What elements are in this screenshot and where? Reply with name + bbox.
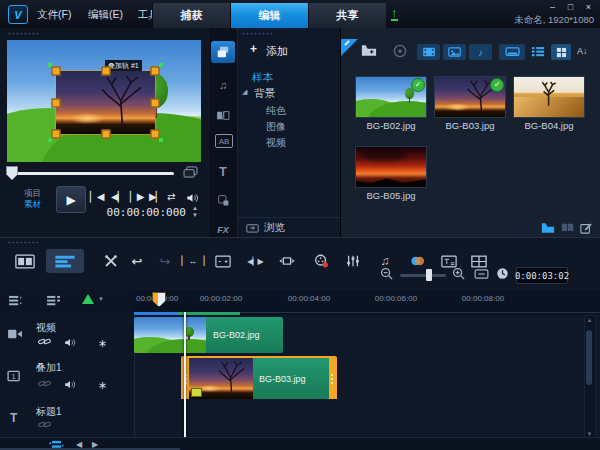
volume-icon[interactable] — [186, 192, 199, 204]
undo-icon[interactable]: ↩ — [124, 249, 150, 273]
track-row-video[interactable]: 视频 ∗ BG-B02.jpg — [0, 315, 600, 356]
transition-category-icon[interactable] — [211, 105, 235, 125]
show-all-tracks-icon[interactable] — [46, 295, 61, 306]
tree-item-video[interactable]: 视频 — [266, 136, 286, 150]
expander-icon[interactable]: ◢ — [242, 88, 247, 96]
resize-handle[interactable] — [52, 130, 61, 139]
timeline-ruler[interactable]: 00:00:00:00 00:00:02:00 00:00:04:00 00:0… — [134, 290, 600, 313]
resize-handle[interactable] — [151, 67, 160, 76]
preview-viewport[interactable]: 叠加轨 #1 — [7, 40, 201, 162]
tree-item-background[interactable]: 背景 — [254, 87, 275, 101]
tree-item-solid[interactable]: 纯色 — [266, 104, 286, 118]
enlarge-preview-icon[interactable] — [183, 166, 198, 178]
fit-timeline-icon[interactable] — [474, 269, 489, 279]
timeline-view-icon[interactable] — [46, 249, 84, 273]
export-upload-icon[interactable]: ↑ — [391, 7, 398, 21]
seek-bar[interactable] — [8, 172, 174, 175]
tab-share[interactable]: 共享 — [308, 3, 386, 28]
import-media-icon[interactable] — [361, 44, 377, 57]
record-import-icon[interactable] — [393, 44, 407, 58]
track-fx-icon[interactable]: ∗ — [98, 379, 107, 392]
zoom-slider-thumb[interactable] — [426, 269, 432, 281]
fit-project-icon[interactable] — [210, 249, 236, 273]
split-clip-icon[interactable]: ◀▏▶ — [242, 249, 268, 273]
scroll-up-icon[interactable]: ▲ — [585, 317, 594, 323]
ripple-edit-icon[interactable] — [274, 249, 300, 273]
audio-category-icon[interactable]: ♫ — [211, 75, 235, 95]
filter-audio-icon[interactable]: ♪ — [469, 44, 492, 60]
close-button[interactable]: × — [581, 1, 596, 12]
trim-icon[interactable]: ▏↔▕ — [180, 249, 206, 273]
link-toggle-icon[interactable] — [38, 379, 51, 388]
seek-thumb[interactable] — [6, 166, 18, 180]
library-book-icon[interactable] — [561, 222, 574, 233]
zoom-out-icon[interactable] — [380, 267, 393, 280]
go-start-button[interactable]: ▏◀ — [90, 191, 103, 202]
grid-view-icon[interactable] — [551, 44, 571, 60]
panel-grip[interactable] — [8, 32, 40, 36]
timeline-clip-bg-b02[interactable]: BG-B02.jpg — [134, 317, 283, 353]
editing-tools-icon[interactable] — [98, 249, 124, 273]
tab-edit[interactable]: 编辑 — [230, 3, 308, 28]
timeline-clip-bg-b03-selected[interactable]: BG-B03.jpg — [181, 356, 337, 401]
mute-track-icon[interactable] — [64, 379, 76, 390]
resize-handle[interactable] — [101, 130, 110, 139]
step-back-button[interactable]: ◀▏ — [111, 191, 124, 202]
panel-grip[interactable] — [8, 241, 40, 245]
rotate-handle[interactable] — [48, 138, 52, 142]
pin-panel-icon[interactable] — [341, 39, 358, 56]
sound-mixer-icon[interactable] — [340, 249, 366, 273]
playhead-flag[interactable] — [152, 292, 166, 307]
gallery-item-name[interactable]: BG-B04.jpg — [510, 120, 588, 131]
timecode-spinner[interactable]: ▲▼ — [192, 205, 198, 219]
storyboard-view-icon[interactable] — [10, 249, 40, 273]
add-icon[interactable]: + — [250, 42, 257, 56]
gallery-item-thumbnail[interactable] — [356, 147, 426, 187]
ripple-editing-icon[interactable] — [82, 294, 94, 304]
resize-handle[interactable] — [52, 98, 61, 107]
link-toggle-icon[interactable] — [38, 420, 51, 429]
scrollbar-thumb[interactable] — [586, 330, 592, 385]
show-library-icon[interactable] — [499, 44, 525, 60]
sort-icon[interactable]: A↓ — [577, 46, 588, 56]
rotate-handle[interactable] — [159, 138, 163, 142]
tree-item-image[interactable]: 图像 — [266, 120, 286, 134]
chevron-down-icon[interactable]: ▼ — [98, 296, 104, 302]
browse-row[interactable]: 浏览 — [238, 217, 348, 237]
track-manager-icon[interactable] — [8, 295, 23, 306]
step-forward-button[interactable]: ▏▶ — [130, 191, 143, 202]
rotate-handle[interactable] — [159, 63, 163, 67]
trim-handle-right[interactable] — [329, 358, 335, 399]
play-button[interactable]: ▶ — [56, 186, 86, 213]
loop-button[interactable]: ⇄ — [167, 191, 175, 202]
resize-handle[interactable] — [101, 67, 110, 76]
media-category-icon[interactable] — [211, 41, 235, 63]
mute-track-icon[interactable] — [64, 337, 76, 348]
timeline-zoom-slider[interactable] — [400, 274, 446, 277]
menu-file[interactable]: 文件(F) — [37, 8, 71, 22]
add-folder-label[interactable]: 添加 — [266, 44, 288, 59]
menu-edit[interactable]: 编辑(E) — [88, 8, 123, 22]
media-folder-icon[interactable] — [541, 222, 555, 233]
record-capture-icon[interactable] — [308, 249, 334, 273]
minimize-button[interactable]: – — [545, 1, 560, 12]
track-row-title[interactable]: T 标题1 — [0, 399, 600, 438]
redo-icon[interactable]: ↪ — [152, 249, 178, 273]
gallery-item-name[interactable]: BG-B03.jpg — [431, 120, 509, 131]
gallery-item-thumbnail[interactable]: ✓ — [356, 77, 426, 117]
zoom-in-icon[interactable] — [452, 267, 465, 280]
go-end-button[interactable]: ▶▏ — [149, 191, 162, 202]
duration-clock-icon[interactable] — [496, 267, 509, 280]
track-fx-icon[interactable]: ∗ — [98, 337, 107, 350]
timeline-timecode[interactable]: 0:00:03:02 — [516, 267, 568, 284]
timeline-vertical-scrollbar[interactable]: ▲ ▼ — [584, 315, 596, 439]
tab-capture[interactable]: 捕获 — [152, 3, 230, 28]
filter-photo-icon[interactable] — [443, 44, 466, 60]
resize-handle[interactable] — [52, 67, 61, 76]
link-toggle-icon[interactable] — [38, 337, 51, 346]
tree-item-sample[interactable]: 样本 — [252, 71, 273, 85]
graphics-category-icon[interactable]: AB — [215, 134, 233, 148]
resize-handle[interactable] — [151, 98, 160, 107]
panel-grip[interactable] — [242, 32, 274, 36]
gallery-item-name[interactable]: BG-B05.jpg — [352, 190, 430, 201]
